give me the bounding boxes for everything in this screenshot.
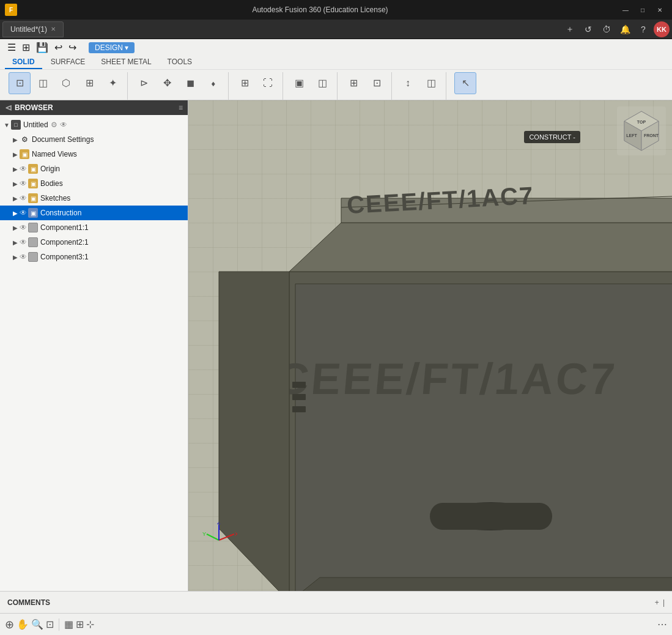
svg-marker-7 [289, 577, 672, 591]
browser-title: BROWSER [15, 103, 53, 112]
hamburger-icon[interactable]: ☰ [5, 40, 18, 54]
split-button[interactable]: ◼ [179, 72, 201, 94]
section-analysis-button[interactable]: ⊡ [366, 72, 388, 94]
midplane-button[interactable]: ◫ [311, 72, 333, 94]
comments-area: COMMENTS + | [7, 598, 665, 607]
modify-icons: ⊳ ✥ ◼ ⬧ [133, 72, 224, 94]
root-visibility-icon[interactable]: 👁 [60, 121, 67, 129]
tree-arrow-bodies[interactable]: ▶ [11, 180, 20, 187]
tree-arrow-component2[interactable]: ▶ [11, 239, 20, 246]
tree-arrow-root[interactable]: ▼ [2, 122, 11, 128]
root-settings-icon[interactable]: ⚙ [51, 121, 57, 129]
tree-arrow-sketches[interactable]: ▶ [11, 195, 20, 202]
tree-item-component2[interactable]: ▶ 👁 Component2:1 [0, 235, 188, 250]
refresh-button[interactable]: ↺ [580, 21, 596, 37]
comments-collapse-icon[interactable]: | [663, 598, 665, 607]
hole-button[interactable]: ⊞ [78, 72, 100, 94]
separator-1 [59, 618, 59, 631]
snap-icon[interactable]: ⊹ [86, 618, 94, 630]
tab-surface[interactable]: SURFACE [43, 56, 93, 69]
pan-icon[interactable]: ✋ [17, 618, 29, 630]
tab-tools[interactable]: TOOLS [160, 56, 199, 69]
select-icons: ↖ [454, 72, 476, 94]
offset-plane-button[interactable]: ▣ [288, 72, 310, 94]
component3-visibility-icon[interactable]: 👁 [20, 253, 27, 261]
tree-arrow-component3[interactable]: ▶ [11, 254, 20, 261]
history-button[interactable]: ⏱ [599, 21, 615, 37]
tree-item-bodies[interactable]: ▶ 👁 ▣ Bodies [0, 176, 188, 191]
tree-arrow-doc-settings[interactable]: ▶ [11, 136, 20, 143]
minimize-button[interactable]: — [618, 4, 633, 16]
grid-icon[interactable]: ⊞ [20, 40, 32, 54]
tab-solid[interactable]: SOLID [5, 56, 42, 69]
svg-text:CEEE/FT/1AC7: CEEE/FT/1AC7 [275, 354, 619, 403]
tree-arrow-component1[interactable]: ▶ [11, 225, 20, 231]
3d-model: CEEE/FT/1AC7 [188, 100, 672, 591]
design-mode-button[interactable]: DESIGN ▾ [89, 42, 135, 53]
save-button[interactable]: 💾 [34, 40, 51, 54]
svg-text:LEFT: LEFT [626, 133, 637, 138]
named-views-folder-icon: ▣ [20, 149, 29, 159]
insert-mesh-button[interactable]: ↕ [397, 72, 419, 94]
tree-item-doc-settings[interactable]: ▶ ⚙ Document Settings [0, 132, 188, 147]
viewport[interactable]: CEEE/FT/1AC7 [188, 100, 672, 591]
tree-arrow-named-views[interactable]: ▶ [11, 151, 20, 158]
notifications-button[interactable]: 🔔 [617, 21, 633, 37]
viewcube[interactable]: TOP LEFT FRONT [617, 106, 666, 155]
more-options-icon[interactable]: ⋯ [657, 618, 667, 630]
zoom-icon[interactable]: 🔍 [31, 618, 43, 630]
push-pull-button[interactable]: ⊳ [133, 72, 155, 94]
move-button[interactable]: ✥ [156, 72, 178, 94]
tree-item-named-views[interactable]: ▶ ▣ Named Views [0, 147, 188, 162]
browser-header-left: ⊲ BROWSER [5, 103, 53, 113]
restore-button[interactable]: □ [635, 4, 650, 16]
tree-item-sketches[interactable]: ▶ 👁 ▣ Sketches [0, 191, 188, 206]
rigid-group-button[interactable]: ⛶ [257, 72, 279, 94]
file-tab[interactable]: Untitled*(1) ✕ [2, 21, 64, 37]
account-button[interactable]: KK [654, 21, 670, 37]
tree-arrow-construction[interactable]: ▶ [11, 210, 20, 217]
tree-root-untitled[interactable]: ▼ □ Untitled ⚙ 👁 [0, 117, 188, 132]
comments-expand-icon[interactable]: + [655, 598, 659, 607]
revolve-button[interactable]: ⬡ [55, 72, 77, 94]
zoom-fit-icon[interactable]: ⊡ [46, 618, 54, 630]
named-views-label: Named Views [32, 150, 77, 158]
tabbar-icons: ＋ ↺ ⏱ 🔔 ? KK [562, 21, 670, 37]
sketches-visibility-icon[interactable]: 👁 [20, 194, 27, 202]
component1-visibility-icon[interactable]: 👁 [20, 223, 27, 232]
origin-visibility-icon[interactable]: 👁 [20, 165, 27, 173]
measure-button[interactable]: ⊞ [342, 72, 364, 94]
browser-collapse-icon[interactable]: ⊲ [5, 103, 12, 113]
svg-rect-11 [292, 406, 306, 412]
create-sketch-button[interactable]: ⊡ [9, 72, 31, 94]
tab-sheet-metal[interactable]: SHEET METAL [94, 56, 158, 69]
tree-arrow-origin[interactable]: ▶ [11, 166, 20, 173]
redo-button[interactable]: ↪ [66, 40, 79, 54]
grid-toggle-icon[interactable]: ⊞ [76, 618, 84, 630]
fillet-button[interactable]: ✦ [102, 72, 124, 94]
display-mode-icon[interactable]: ▦ [64, 618, 73, 630]
close-button[interactable]: ✕ [652, 4, 667, 16]
construction-visibility-icon[interactable]: 👁 [20, 209, 27, 217]
tab-label: Untitled*(1) [10, 25, 47, 34]
insert-icons: ↕ ◫ [397, 72, 442, 94]
tab-close-button[interactable]: ✕ [51, 26, 56, 32]
insert-svg-button[interactable]: ◫ [420, 72, 442, 94]
tree-item-construction[interactable]: ▶ 👁 ▣ Construction [0, 206, 188, 220]
component2-visibility-icon[interactable]: 👁 [20, 238, 27, 247]
scale-button[interactable]: ⬧ [202, 72, 224, 94]
component3-label: Component3:1 [40, 253, 89, 261]
help-button[interactable]: ? [635, 21, 651, 37]
orbit-icon[interactable]: ⊕ [5, 618, 14, 631]
tree-item-origin[interactable]: ▶ 👁 ▣ Origin [0, 162, 188, 176]
select-button[interactable]: ↖ [454, 72, 476, 94]
svg-text:Z: Z [217, 522, 221, 525]
undo-button[interactable]: ↩ [52, 40, 65, 54]
tree-item-component3[interactable]: ▶ 👁 Component3:1 [0, 250, 188, 264]
browser-menu-icon[interactable]: ≡ [179, 103, 183, 112]
extrude-button[interactable]: ◫ [32, 72, 54, 94]
bodies-visibility-icon[interactable]: 👁 [20, 179, 27, 188]
tree-item-component1[interactable]: ▶ 👁 Component1:1 [0, 220, 188, 235]
new-tab-button[interactable]: ＋ [562, 21, 578, 37]
joint-button[interactable]: ⊞ [234, 72, 256, 94]
